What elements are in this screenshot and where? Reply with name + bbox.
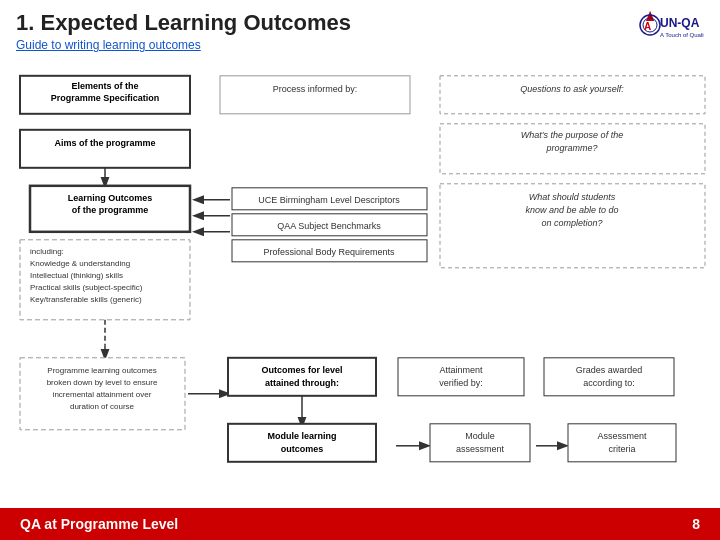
footer-bar: QA at Programme Level 8 (0, 508, 720, 540)
svg-text:Programme learning outcomes: Programme learning outcomes (47, 366, 156, 375)
svg-text:broken down by level to ensure: broken down by level to ensure (47, 378, 158, 387)
logo-icon: A UN-QA A Touch of Quality (632, 7, 704, 55)
svg-text:Grades awarded: Grades awarded (576, 365, 643, 375)
svg-text:verified by:: verified by: (439, 378, 483, 388)
svg-rect-62 (228, 424, 376, 462)
svg-text:outcomes: outcomes (281, 444, 324, 454)
svg-text:UCE Birmingham Level Descripto: UCE Birmingham Level Descriptors (258, 195, 400, 205)
footer-page: 8 (692, 516, 700, 532)
header: 1. Expected Learning Outcomes Guide to w… (0, 0, 720, 56)
svg-rect-53 (398, 358, 524, 396)
svg-text:programme?: programme? (545, 143, 597, 153)
svg-rect-14 (20, 130, 190, 168)
svg-text:attained through:: attained through: (265, 378, 339, 388)
svg-text:Process informed by:: Process informed by: (273, 84, 358, 94)
svg-text:of the programme: of the programme (72, 205, 149, 215)
svg-text:What's the purpose of the: What's the purpose of the (521, 130, 623, 140)
header-left: 1. Expected Learning Outcomes Guide to w… (16, 10, 351, 52)
svg-text:Outcomes for level: Outcomes for level (261, 365, 342, 375)
svg-text:Elements of the: Elements of the (71, 81, 138, 91)
page-container: 1. Expected Learning Outcomes Guide to w… (0, 0, 720, 540)
svg-rect-12 (440, 76, 705, 114)
svg-text:assessment: assessment (456, 444, 505, 454)
svg-text:including:: including: (30, 247, 64, 256)
svg-text:Questions to ask yourself:: Questions to ask yourself: (520, 84, 624, 94)
subtitle-link[interactable]: Guide to writing learning outcomes (16, 38, 351, 52)
svg-rect-68 (568, 424, 676, 462)
svg-rect-10 (220, 76, 410, 114)
footer-label: QA at Programme Level (20, 516, 178, 532)
svg-text:duration of course: duration of course (70, 402, 135, 411)
diagram-svg: Elements of the Programme Specification … (10, 60, 710, 506)
svg-rect-50 (228, 358, 376, 396)
svg-rect-56 (544, 358, 674, 396)
svg-text:A: A (644, 21, 651, 32)
diagram: Elements of the Programme Specification … (10, 60, 710, 506)
logo-box: A UN-QA A Touch of Quality (632, 10, 704, 52)
svg-text:Key/transferable skills (gener: Key/transferable skills (generic) (30, 295, 142, 304)
svg-text:Intellectual (thinking) skills: Intellectual (thinking) skills (30, 271, 123, 280)
svg-text:What should students: What should students (529, 192, 616, 202)
svg-text:Professional Body Requirements: Professional Body Requirements (263, 247, 395, 257)
svg-text:know and be able to do: know and be able to do (525, 205, 618, 215)
svg-text:Knowledge & understanding: Knowledge & understanding (30, 259, 130, 268)
svg-text:Practical skills (subject-spec: Practical skills (subject-specific) (30, 283, 143, 292)
svg-text:Aims of the programme: Aims of the programme (54, 138, 155, 148)
svg-rect-65 (430, 424, 530, 462)
svg-text:according to:: according to: (583, 378, 635, 388)
svg-text:Attainment: Attainment (439, 365, 483, 375)
svg-text:QAA Subject Benchmarks: QAA Subject Benchmarks (277, 221, 381, 231)
svg-text:incremental attainment over: incremental attainment over (53, 390, 152, 399)
svg-text:Module: Module (465, 431, 495, 441)
main-content: Elements of the Programme Specification … (0, 56, 720, 508)
svg-text:A Touch of Quality: A Touch of Quality (660, 32, 704, 38)
page-title: 1. Expected Learning Outcomes (16, 10, 351, 36)
svg-text:Module learning: Module learning (267, 431, 336, 441)
svg-text:Assessment: Assessment (597, 431, 647, 441)
svg-text:UN-QA: UN-QA (660, 16, 700, 30)
svg-text:on completion?: on completion? (541, 218, 602, 228)
svg-text:criteria: criteria (608, 444, 635, 454)
svg-text:Programme Specification: Programme Specification (51, 93, 160, 103)
svg-text:Learning Outcomes: Learning Outcomes (68, 193, 153, 203)
